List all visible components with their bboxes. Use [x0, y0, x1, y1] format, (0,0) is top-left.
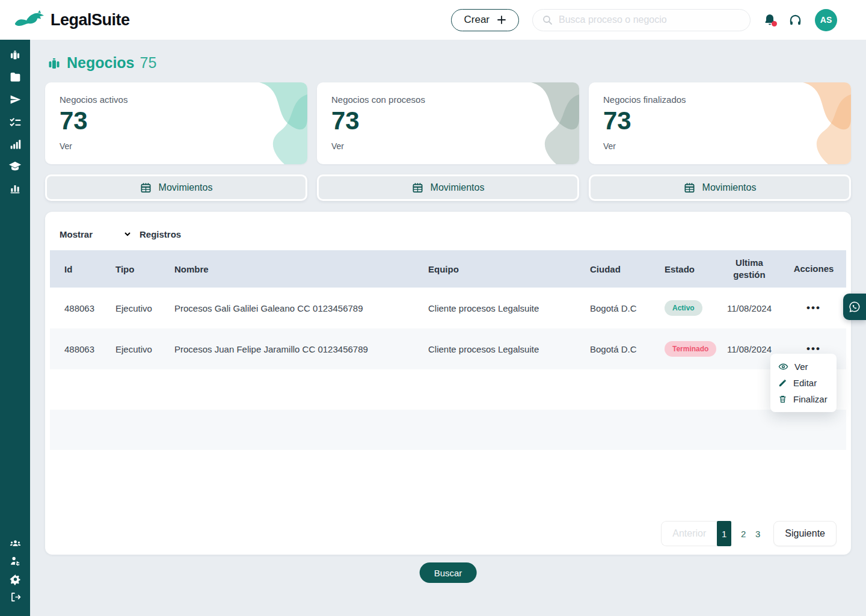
notification-dot [772, 21, 777, 26]
context-menu-label: Ver [794, 362, 808, 372]
user-avatar[interactable]: AS [815, 9, 837, 31]
sidebar-item-tasks-icon[interactable] [8, 115, 22, 128]
mostrar-label: Mostrar [60, 229, 93, 239]
stat-card-value: 73 [331, 106, 360, 135]
decorative-blob [761, 82, 851, 164]
context-menu-item-ver[interactable]: Ver [770, 359, 837, 375]
support-button[interactable] [789, 14, 802, 26]
notifications-button[interactable] [764, 13, 776, 26]
movimientos-label: Movimientos [431, 182, 485, 193]
page-title-count: 75 [140, 54, 157, 72]
table-row[interactable]: 488063 Ejecutivo Procesos Gali Galilei G… [50, 288, 846, 328]
movimientos-button-2[interactable]: Movimientos [317, 174, 579, 201]
column-header-ultima-gestion: Ultima gestión [726, 257, 772, 282]
decorative-blob [489, 82, 579, 164]
page-size-select[interactable] [100, 226, 132, 242]
cell-equipo: Cliente procesos Legalsuite [414, 344, 576, 354]
cell-nombre: Procesos Juan Felipe Jaramillo CC 012345… [160, 344, 414, 354]
column-header-estado: Estado [650, 264, 717, 274]
sidebar-item-folder-icon[interactable] [8, 70, 22, 84]
global-search[interactable] [532, 9, 751, 31]
main-content: Negocios 75 Negocios activos 73 Ver Nego… [30, 40, 866, 616]
sidebar-item-logout-icon[interactable] [10, 591, 21, 603]
pagination-next-button[interactable]: Siguiente [773, 521, 837, 546]
create-button-label: Crear [464, 14, 490, 26]
buscar-button[interactable]: Buscar [420, 562, 477, 583]
pagination-page-2[interactable]: 2 [736, 521, 751, 546]
whatsapp-button[interactable] [843, 294, 866, 320]
stat-card-value: 73 [603, 106, 631, 135]
stat-card-value: 73 [60, 106, 88, 135]
sidebar-item-graduation-cap-icon[interactable] [8, 159, 22, 173]
cell-ultima-gestion: 11/08/2024 [717, 303, 781, 313]
context-menu-item-finalizar[interactable]: Finalizar [770, 391, 837, 407]
sidebar-item-user-settings-icon[interactable] [10, 555, 21, 567]
stat-card-label: Negocios activos [60, 94, 127, 105]
registros-label: Registros [140, 229, 181, 239]
movimientos-row: Movimientos Movimientos Movimientos [45, 174, 851, 201]
stat-card-ver-link[interactable]: Ver [603, 141, 616, 151]
pagination-page-3[interactable]: 3 [751, 521, 765, 546]
sidebar-item-gear-icon[interactable] [10, 573, 21, 585]
pagination-page-1[interactable]: 1 [717, 521, 731, 546]
column-header-ciudad: Ciudad [576, 264, 650, 274]
stat-card-label: Negocios finalizados [603, 94, 686, 105]
status-badge-activo: Activo [665, 300, 702, 316]
column-header-acciones: Acciones [781, 263, 846, 275]
sidebar-item-briefcase-icon[interactable] [8, 48, 22, 61]
context-menu-label: Finalizar [793, 394, 828, 404]
table-row-empty [50, 369, 846, 410]
search-input[interactable] [559, 14, 740, 25]
table-row-empty [50, 410, 846, 450]
brand-logo[interactable]: LegalSuite [13, 10, 130, 30]
pagination-prev-button[interactable]: Anterior [661, 521, 717, 546]
sidebar-nav [0, 40, 30, 616]
status-badge-terminado: Terminado [665, 341, 716, 357]
create-button[interactable]: Crear [451, 9, 519, 31]
stat-card-label: Negocios con procesos [331, 94, 425, 105]
cell-id: 488063 [50, 344, 101, 354]
column-header-id: Id [50, 264, 101, 274]
cell-ciudad: Bogotá D.C [576, 344, 650, 354]
whatsapp-icon [848, 300, 861, 313]
search-icon [542, 15, 553, 25]
context-menu-label: Editar [793, 378, 817, 388]
table-row[interactable]: 488063 Ejecutivo Procesos Juan Felipe Ja… [50, 328, 846, 369]
row-actions-menu-button[interactable]: ••• [806, 302, 821, 314]
cell-ciudad: Bogotá D.C [576, 303, 650, 313]
cell-nombre: Procesos Gali Galilei Galeano CC 0123456… [160, 303, 414, 313]
stat-card-ver-link[interactable]: Ver [331, 141, 344, 151]
sidebar-item-signal-stats-icon[interactable] [8, 137, 22, 150]
sidebar-item-users-group-icon[interactable] [10, 537, 21, 549]
pencil-icon [778, 378, 787, 387]
table-header-row: Id Tipo Nombre Equipo Ciudad Estado Ulti… [50, 250, 846, 288]
page-title-text: Negocios [67, 54, 135, 72]
sidebar-item-bar-chart-icon[interactable] [8, 182, 22, 195]
pagination: Anterior 1 2 3 Siguiente [661, 521, 837, 546]
row-actions-context-menu: Ver Editar Finalizar [770, 354, 837, 412]
column-header-tipo: Tipo [101, 264, 160, 274]
movimientos-label: Movimientos [702, 182, 757, 193]
eye-icon [778, 362, 788, 372]
stat-card-activos: Negocios activos 73 Ver [45, 82, 307, 164]
briefcase-icon [47, 56, 61, 70]
column-header-equipo: Equipo [414, 264, 576, 274]
brand-name: LegalSuite [51, 11, 130, 29]
decorative-blob [217, 82, 307, 164]
cell-ultima-gestion: 11/08/2024 [717, 344, 781, 354]
calendar-icon [412, 182, 423, 194]
plus-icon [497, 15, 506, 25]
headphones-icon [789, 14, 802, 26]
context-menu-item-editar[interactable]: Editar [770, 375, 837, 391]
movimientos-button-3[interactable]: Movimientos [589, 174, 851, 201]
stat-card-ver-link[interactable]: Ver [60, 141, 72, 151]
calendar-icon [140, 182, 152, 194]
stat-card-finalizados: Negocios finalizados 73 Ver [589, 82, 851, 164]
sidebar-item-send-icon[interactable] [8, 93, 22, 106]
negocios-table-card: Mostrar Registros Id Tipo Nombre Equipo … [45, 212, 851, 555]
top-bar: LegalSuite Crear AS [0, 0, 866, 40]
calendar-icon [684, 182, 695, 194]
stat-cards-row: Negocios activos 73 Ver Negocios con pro… [45, 82, 851, 164]
row-actions-menu-button[interactable]: ••• [806, 343, 821, 355]
movimientos-button-1[interactable]: Movimientos [45, 174, 307, 201]
